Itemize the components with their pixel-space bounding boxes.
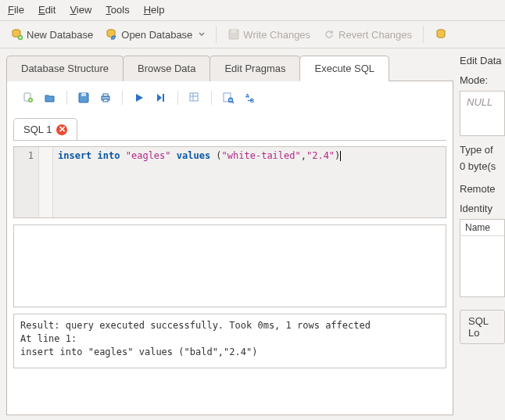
find-replace-icon: AB [244, 92, 256, 104]
revert-icon [323, 28, 335, 41]
find-replace-button[interactable]: AB [242, 89, 259, 106]
sql-file-tab-1[interactable]: SQL 1 ✕ [13, 118, 77, 140]
chevron-down-icon[interactable] [199, 31, 205, 38]
separator [122, 91, 123, 105]
separator [211, 91, 212, 105]
close-tab-icon[interactable]: ✕ [56, 124, 67, 135]
tab-edit-pragmas[interactable]: Edit Pragmas [210, 56, 300, 81]
database-plus-icon [11, 28, 23, 41]
execute-button[interactable] [131, 89, 148, 106]
sql-toolbar: AB [13, 88, 446, 111]
sql-file-tabs: SQL 1 ✕ [13, 118, 446, 141]
svg-rect-4 [231, 30, 236, 33]
identity-label: Identity [460, 203, 505, 214]
query-log: Result: query executed successfully. Too… [13, 314, 446, 368]
size-label: 0 byte(s [460, 160, 505, 172]
save-results-button[interactable] [186, 89, 203, 106]
folder-open-icon [44, 92, 56, 104]
results-grid[interactable] [13, 224, 446, 307]
fold-gutter [39, 147, 53, 217]
separator [177, 91, 178, 105]
separator [66, 91, 67, 105]
print-icon [99, 92, 112, 104]
panel-title: Edit Data [460, 55, 505, 66]
separator [216, 26, 217, 43]
write-changes-button: Write Changes [223, 26, 315, 43]
text-cursor [340, 151, 341, 161]
mode-label: Mode: [460, 74, 505, 86]
open-database-button[interactable]: Open Database [101, 26, 210, 43]
execute-line-button[interactable] [152, 89, 170, 106]
new-sql-tab-button[interactable] [20, 89, 37, 106]
sql-code-area[interactable]: insert into "eagles" values ("white-tail… [53, 147, 446, 217]
open-sql-button[interactable] [41, 89, 59, 106]
save-icon [227, 28, 240, 41]
svg-rect-13 [163, 94, 164, 102]
grid-save-icon [188, 92, 201, 104]
tab-browse-data[interactable]: Browse Data [123, 56, 210, 81]
revert-changes-button: Revert Changes [318, 26, 417, 43]
tab-execute-sql[interactable]: Execute SQL [299, 56, 389, 81]
cell-value-view[interactable]: NULL [460, 91, 505, 136]
menu-help[interactable]: Help [144, 4, 165, 16]
svg-rect-9 [81, 93, 86, 96]
menu-view[interactable]: View [70, 4, 91, 16]
find-button[interactable] [220, 89, 237, 106]
print-button[interactable] [97, 89, 114, 106]
separator [423, 26, 424, 43]
svg-rect-12 [103, 99, 108, 102]
identity-list[interactable]: Name [460, 219, 505, 297]
tab-database-structure[interactable]: Database Structure [6, 56, 124, 81]
svg-rect-15 [224, 93, 231, 102]
find-icon [222, 92, 235, 104]
menubar: File Edit View Tools Help [0, 0, 505, 21]
type-label: Type of [460, 144, 505, 156]
line-gutter: 1 [14, 147, 39, 217]
section-tabs: Database Structure Browse Data Edit Prag… [6, 55, 453, 81]
execute-sql-page: AB SQL 1 ✕ 1 insert into "eagles" values… [6, 81, 453, 415]
remote-label: Remote [460, 183, 505, 195]
database-icon [435, 28, 447, 41]
main-toolbar: New Database Open Database Write Changes… [0, 21, 505, 48]
svg-rect-14 [190, 93, 198, 101]
play-icon [134, 92, 145, 103]
save-blue-icon [77, 92, 90, 104]
menu-file[interactable]: File [8, 4, 24, 16]
sql-log-button[interactable]: SQL Lo [460, 310, 505, 344]
menu-edit[interactable]: Edit [38, 4, 56, 16]
svg-text:A: A [245, 93, 249, 99]
page-plus-icon [22, 92, 34, 104]
svg-rect-11 [103, 94, 108, 96]
name-column-header: Name [460, 220, 504, 236]
right-panel: Edit Data Mode: NULL Type of 0 byte(s Re… [453, 48, 505, 420]
new-database-button[interactable]: New Database [6, 26, 98, 43]
menu-tools[interactable]: Tools [106, 4, 129, 16]
sql-editor[interactable]: 1 insert into "eagles" values ("white-ta… [13, 146, 446, 218]
play-to-end-icon [156, 92, 167, 103]
save-sql-button[interactable] [75, 89, 92, 106]
database-open-icon [106, 28, 118, 41]
extra-button[interactable] [430, 26, 447, 43]
